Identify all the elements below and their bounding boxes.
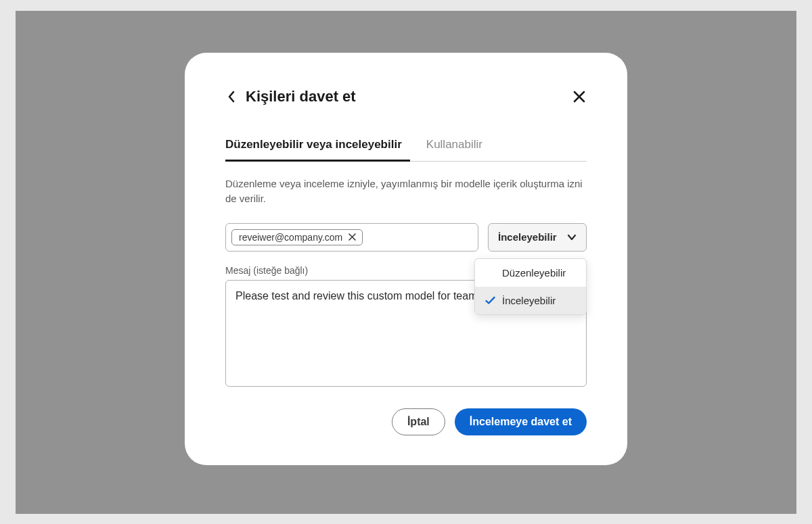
chevron-down-icon — [567, 231, 577, 243]
permission-description: Düzenleme veya inceleme izniyle, yayımla… — [225, 176, 587, 207]
dialog-header: Kişileri davet et — [225, 88, 587, 105]
check-icon — [484, 296, 495, 305]
invite-dialog: Kişileri davet et Düzenleyebilir veya in… — [185, 53, 627, 465]
dropdown-option-edit-label: Düzenleyebilir — [502, 267, 566, 279]
cancel-button[interactable]: İptal — [392, 408, 445, 435]
close-icon[interactable] — [572, 89, 587, 104]
dropdown-option-review[interactable]: İnceleyebilir — [475, 287, 586, 314]
dialog-actions: İptal İncelemeye davet et — [225, 408, 587, 435]
permission-dropdown: Düzenleyebilir İnceleyebilir — [474, 258, 587, 315]
dialog-header-left: Kişileri davet et — [225, 88, 356, 105]
modal-backdrop: Kişileri davet et Düzenleyebilir veya in… — [16, 11, 796, 514]
email-input[interactable]: reveiwer@company.com — [225, 223, 478, 252]
tab-edit-or-review[interactable]: Düzenleyebilir veya inceleyebilir — [225, 138, 402, 161]
permission-select-label: İnceleyebilir — [498, 231, 557, 243]
permission-select[interactable]: İnceleyebilir — [488, 223, 587, 252]
dropdown-option-review-label: İnceleyebilir — [502, 295, 556, 306]
email-chip-text: reveiwer@company.com — [239, 232, 342, 243]
dropdown-option-edit[interactable]: Düzenleyebilir — [475, 259, 586, 287]
dialog-title: Kişileri davet et — [246, 88, 356, 105]
invite-input-row: reveiwer@company.com İnceleyebilir Düzen… — [225, 223, 587, 252]
permission-tabs: Düzenleyebilir veya inceleyebilir Kullan… — [225, 138, 587, 162]
tab-can-use[interactable]: Kullanabilir — [426, 138, 482, 161]
back-icon[interactable] — [225, 91, 238, 103]
remove-chip-icon[interactable] — [347, 233, 357, 242]
invite-to-review-button[interactable]: İncelemeye davet et — [455, 408, 587, 435]
email-chip: reveiwer@company.com — [231, 229, 363, 245]
